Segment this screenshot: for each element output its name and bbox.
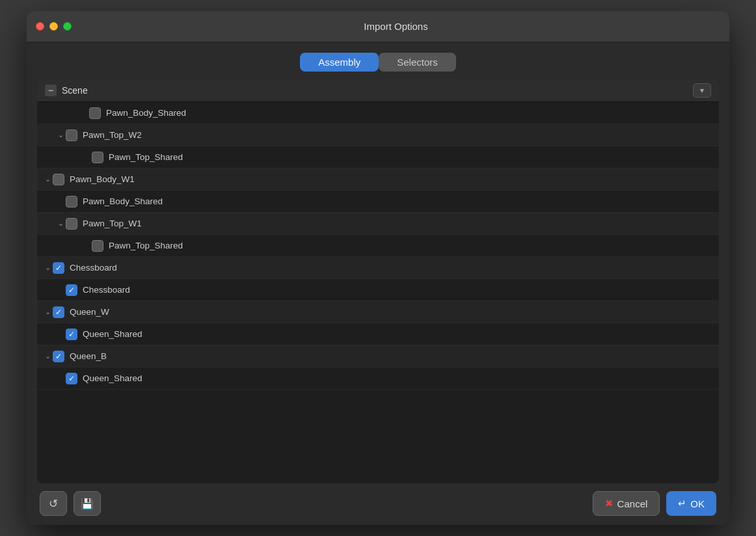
chevron-icon[interactable]: ⌄: [42, 351, 53, 362]
row-label-13: Queen_Shared: [83, 373, 142, 383]
ok-label: OK: [690, 498, 705, 509]
tree-row: ✓ Queen_Shared: [37, 323, 719, 345]
refresh-icon: ↺: [49, 497, 58, 511]
main-window: Import Options Assembly Selectors − Scen…: [27, 11, 729, 525]
refresh-button[interactable]: ↺: [40, 491, 67, 516]
tab-selectors[interactable]: Selectors: [379, 53, 456, 72]
tree-row: ✓ Chessboard: [37, 279, 719, 301]
chevron-icon[interactable]: ⌄: [55, 130, 66, 141]
footer: ↺ 💾 ✖ Cancel ↵ OK: [37, 483, 719, 525]
checkbox-4[interactable]: [53, 174, 64, 185]
tree-row: ⌄ Pawn_Top_W1: [37, 213, 719, 235]
tree-row: Pawn_Body_Shared: [37, 102, 719, 124]
checkbox-1[interactable]: [89, 107, 101, 119]
chevron-icon[interactable]: ⌄: [42, 263, 53, 273]
close-button[interactable]: [36, 22, 44, 31]
tabbar: Assembly Selectors: [27, 42, 729, 79]
row-label-1: Pawn_Body_Shared: [106, 108, 186, 118]
row-label-9: Chessboard: [83, 285, 130, 295]
footer-right: ✖ Cancel ↵ OK: [593, 491, 716, 516]
tree-row: ⌄ ✓ Chessboard: [37, 257, 719, 279]
chevron-icon[interactable]: ⌄: [42, 174, 53, 185]
row-label-10: Queen_W: [70, 307, 109, 317]
row-label-2: Pawn_Top_W2: [83, 130, 142, 140]
maximize-button[interactable]: [63, 22, 72, 31]
checkbox-10[interactable]: ✓: [53, 306, 64, 318]
row-label-8: Chessboard: [70, 263, 117, 273]
checkbox-5[interactable]: [66, 196, 77, 208]
tree-row: ⌄ ✓ Queen_W: [37, 301, 719, 323]
chevron-icon[interactable]: ⌄: [42, 307, 53, 317]
tree-row: Pawn_Top_Shared: [37, 235, 719, 257]
tree-row: ⌄ ✓ Queen_B: [37, 345, 719, 368]
checkbox-2[interactable]: [66, 129, 77, 141]
traffic-lights: [36, 22, 72, 31]
tree-row: ⌄ Pawn_Body_W1: [37, 168, 719, 191]
tree-list: Pawn_Body_Shared ⌄ Pawn_Top_W2 Pawn_Top_…: [37, 102, 719, 483]
checkbox-9[interactable]: ✓: [66, 284, 77, 296]
footer-left: ↺ 💾: [40, 491, 101, 516]
cancel-button[interactable]: ✖ Cancel: [593, 491, 660, 516]
cancel-icon: ✖: [605, 498, 614, 509]
checkbox-7[interactable]: [92, 240, 103, 252]
checkbox-6[interactable]: [66, 218, 77, 230]
tree-row: Pawn_Top_Shared: [37, 146, 719, 168]
save-icon: 💾: [81, 498, 94, 510]
checkbox-12[interactable]: ✓: [53, 351, 64, 362]
row-label-4: Pawn_Body_W1: [70, 174, 135, 184]
checkbox-11[interactable]: ✓: [66, 328, 77, 340]
row-label-12: Queen_B: [70, 351, 107, 361]
row-label-5: Pawn_Body_Shared: [83, 196, 163, 206]
scene-header: − Scene ▾: [37, 79, 719, 102]
checkbox-8[interactable]: ✓: [53, 262, 64, 274]
checkbox-13[interactable]: ✓: [66, 373, 77, 384]
tree-row: ✓ Queen_Shared: [37, 368, 719, 390]
tree-row: Pawn_Body_Shared: [37, 191, 719, 213]
row-label-11: Queen_Shared: [83, 329, 142, 339]
save-button[interactable]: 💾: [74, 491, 101, 516]
scene-minus-button[interactable]: −: [45, 85, 57, 96]
row-label-6: Pawn_Top_W1: [83, 219, 142, 228]
tab-assembly[interactable]: Assembly: [300, 53, 379, 72]
chevron-icon[interactable]: ⌄: [55, 219, 66, 229]
list-panel: − Scene ▾ Pawn_Body_Shared ⌄ Pawn_Top_W2: [37, 79, 719, 483]
window-title: Import Options: [72, 21, 720, 32]
cancel-label: Cancel: [617, 498, 648, 509]
content-area: − Scene ▾ Pawn_Body_Shared ⌄ Pawn_Top_W2: [27, 79, 729, 525]
ok-icon: ↵: [678, 498, 686, 509]
scene-label: Scene: [62, 85, 693, 96]
minimize-button[interactable]: [49, 22, 58, 31]
ok-button[interactable]: ↵ OK: [666, 491, 716, 516]
row-label-3: Pawn_Top_Shared: [109, 152, 183, 162]
tree-row: ⌄ Pawn_Top_W2: [37, 124, 719, 146]
checkbox-3[interactable]: [92, 152, 103, 163]
titlebar: Import Options: [27, 11, 729, 42]
scene-dropdown-button[interactable]: ▾: [693, 83, 711, 98]
row-label-7: Pawn_Top_Shared: [109, 241, 183, 250]
